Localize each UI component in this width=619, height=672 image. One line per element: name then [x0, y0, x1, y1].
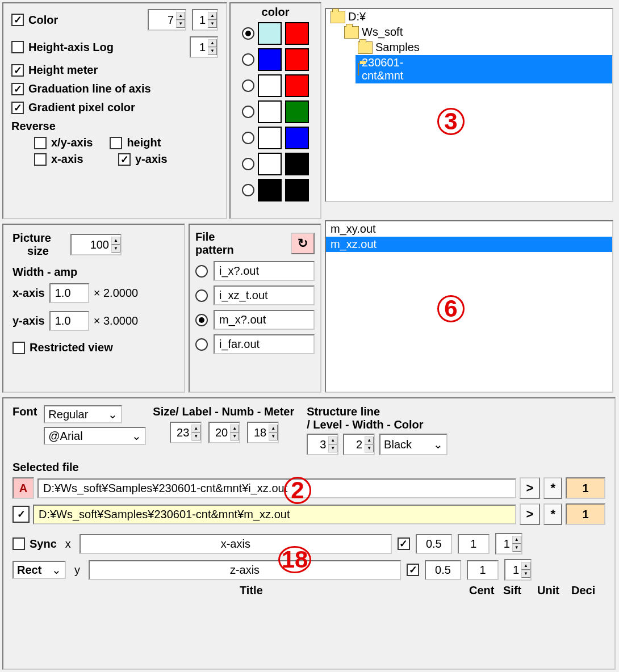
x-axis-checkbox[interactable]: x-axis [34, 153, 101, 166]
color-radio-4[interactable] [242, 132, 254, 144]
folder-icon [358, 63, 359, 75]
width-spinner[interactable]: ▲▼ [343, 434, 375, 455]
level-spinner[interactable]: ▲▼ [307, 434, 338, 455]
height-log-spinner[interactable]: ▲▼ [190, 36, 218, 58]
color-spinner-2[interactable]: ▲▼ [192, 9, 218, 31]
y-axis-checkbox[interactable]: y-axis [118, 153, 168, 166]
height-log-checkbox[interactable]: Height-axis Log [11, 41, 114, 54]
tree-item[interactable]: Samples [355, 40, 612, 55]
pattern-radio-0[interactable] [195, 265, 208, 278]
color-swatch-a-2[interactable] [258, 74, 282, 97]
a-badge[interactable]: A [12, 477, 34, 499]
rect-select[interactable]: Rect [12, 561, 66, 579]
annotation-6: 6 [437, 295, 465, 322]
annotation-3: 3 [437, 108, 465, 135]
cent-y-input[interactable] [425, 560, 461, 580]
folder-icon [344, 26, 359, 39]
chevron-down-icon [52, 563, 61, 577]
folder-icon [358, 41, 373, 54]
annotation-2: 2 [284, 477, 311, 504]
deci-x-spinner[interactable]: ▲▼ [495, 533, 522, 555]
restricted-view-checkbox[interactable]: Restricted view [12, 341, 113, 354]
structure-sub-label: / Level - Width - Color [307, 418, 447, 431]
color-swatch-b-1[interactable] [285, 48, 309, 71]
gt-button-2[interactable]: > [520, 503, 541, 525]
color-header: color [233, 6, 318, 19]
selected-file-2[interactable] [33, 505, 516, 524]
color-radio-0[interactable] [242, 27, 254, 40]
x-title-input[interactable] [80, 534, 392, 554]
sync-checkbox[interactable]: Sync [12, 537, 57, 551]
annotation-18: 18 [278, 546, 311, 573]
color-swatch-a-3[interactable] [258, 100, 282, 123]
color-swatch-a-6[interactable] [258, 179, 282, 201]
color-radio-3[interactable] [242, 106, 254, 118]
color-radio-1[interactable] [242, 53, 254, 66]
unit-y-input[interactable] [467, 560, 499, 580]
file-list-item[interactable]: m_xy.out [326, 221, 612, 237]
pattern-radio-2[interactable] [195, 314, 208, 326]
file2-checkbox[interactable] [12, 506, 30, 523]
color-swatch-b-3[interactable] [285, 100, 309, 123]
star-button-1[interactable]: * [543, 477, 562, 499]
file-pattern-label: Filepattern [195, 230, 234, 257]
size-numb-spinner[interactable]: ▲▼ [208, 422, 240, 443]
num-badge-1: 1 [566, 477, 605, 499]
size-label: Size/ Label - Numb - Meter [153, 405, 294, 418]
unit-x-input[interactable] [458, 534, 490, 554]
refresh-button[interactable]: ↻ [291, 233, 315, 254]
color-radio-5[interactable] [242, 158, 254, 170]
grad-line-checkbox[interactable]: Graduation line of axis [11, 82, 151, 95]
grad-pixel-checkbox[interactable]: Gradient pixel color [11, 101, 135, 114]
cent-x-input[interactable] [416, 534, 452, 554]
color-swatch-a-1[interactable] [258, 48, 282, 71]
pattern-radio-3[interactable] [195, 338, 208, 351]
pattern-item-3[interactable]: i_far.out [214, 334, 315, 354]
y-title-input[interactable] [89, 560, 401, 580]
cent-y-checkbox[interactable] [407, 564, 419, 576]
star-button-2[interactable]: * [543, 503, 562, 525]
y-axis-input[interactable] [49, 311, 89, 331]
size-label-spinner[interactable]: ▲▼ [170, 422, 202, 443]
color-select[interactable]: Black [379, 434, 447, 455]
pattern-item-2[interactable]: m_x?.out [214, 310, 315, 330]
height-checkbox[interactable]: height [110, 136, 161, 149]
cent-x-checkbox[interactable] [398, 537, 410, 550]
selected-file-1[interactable] [37, 478, 516, 498]
font-style-select[interactable]: Regular [44, 405, 122, 423]
reverse-label: Reverse [11, 120, 218, 133]
color-checkbox[interactable]: Color [11, 14, 58, 27]
size-meter-spinner[interactable]: ▲▼ [247, 422, 279, 443]
structure-label: Structure line [307, 405, 447, 418]
picture-size-spinner[interactable]: ▲▼ [70, 234, 122, 255]
tree-item-selected[interactable]: 230601-cnt&mnt [355, 55, 612, 83]
color-swatch-b-2[interactable] [285, 74, 309, 97]
height-log-label: Height-axis Log [28, 41, 114, 54]
tree-item[interactable]: Ws_soft [342, 24, 612, 40]
color-spinner-1[interactable]: ▲▼ [148, 9, 186, 31]
color-radio-6[interactable] [242, 184, 254, 196]
font-label: Font [12, 405, 37, 418]
color-swatch-b-0[interactable] [285, 22, 309, 45]
color-swatch-a-4[interactable] [258, 127, 282, 149]
pattern-item-0[interactable]: i_x?.out [214, 261, 315, 281]
pattern-item-1[interactable]: i_xz_t.out [214, 285, 315, 305]
pattern-radio-1[interactable] [195, 289, 208, 302]
color-swatch-b-4[interactable] [285, 127, 309, 149]
color-swatch-b-6[interactable] [285, 179, 309, 201]
font-family-select[interactable]: @Arial [44, 427, 146, 445]
height-meter-checkbox[interactable]: Height meter [11, 64, 98, 77]
color-swatch-a-5[interactable] [258, 153, 282, 175]
xy-axis-checkbox[interactable]: x/y-axis [34, 136, 93, 149]
folder-icon [331, 11, 345, 23]
gt-button-1[interactable]: > [520, 477, 541, 499]
selected-file-label: Selected file [12, 461, 605, 474]
color-radio-2[interactable] [242, 79, 254, 92]
picture-size-label: Picturesize [12, 232, 64, 258]
file-list-item-selected[interactable]: m_xz.out [326, 237, 612, 252]
x-axis-input[interactable] [49, 283, 89, 303]
color-swatch-b-5[interactable] [285, 153, 309, 175]
deci-y-spinner[interactable]: ▲▼ [504, 559, 532, 581]
tree-item[interactable]: D:¥ [328, 9, 612, 24]
color-swatch-a-0[interactable] [258, 22, 282, 45]
